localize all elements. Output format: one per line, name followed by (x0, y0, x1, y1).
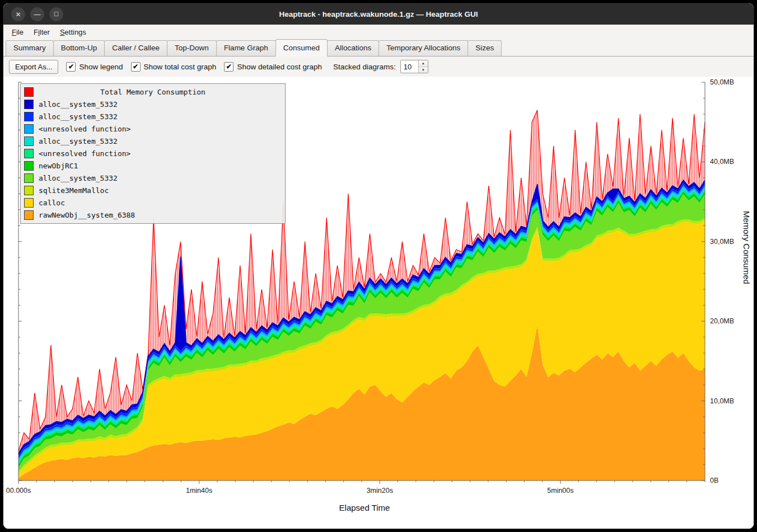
menu-bar: File Filter Settings (3, 25, 754, 39)
checkbox-check-icon: ✔ (131, 62, 141, 72)
stacked-diagrams-spinbox[interactable]: 10 ▲ ▼ (400, 60, 428, 73)
x-tick-label: 5min00s (547, 487, 573, 495)
window-title: Heaptrack - heaptrack.wakunode.1.gz — He… (279, 10, 478, 18)
tab-sizes[interactable]: Sizes (468, 40, 502, 56)
tab-top-down[interactable]: Top-Down (167, 40, 217, 56)
x-tick-label: 3min20s (367, 487, 393, 495)
show-total-cost-checkbox[interactable]: ✔ Show total cost graph (131, 62, 217, 72)
legend-title: Total Memory Consumption (21, 88, 285, 96)
show-legend-checkbox[interactable]: ✔ Show legend (66, 62, 123, 72)
chart-legend: Total Memory Consumption alloc__system_5… (20, 83, 286, 224)
legend-label: alloc__system_5332 (39, 100, 118, 109)
y-tick-label: 10,0MB (710, 397, 734, 405)
stacked-diagrams-label: Stacked diagrams: (333, 63, 396, 71)
show-legend-label: Show legend (79, 63, 123, 71)
show-detailed-cost-label: Show detailed cost graph (237, 63, 322, 71)
menu-filter[interactable]: Filter (29, 26, 55, 38)
legend-label: alloc__system_5332 (39, 112, 118, 121)
close-icon: ✕ (15, 11, 21, 18)
export-as-button[interactable]: Export As... (9, 60, 58, 74)
y-axis-title: Memory Consumed (742, 211, 751, 284)
legend-row: <unresolved function> (21, 123, 285, 135)
spin-down-button[interactable]: ▼ (419, 67, 428, 73)
spin-down-icon: ▼ (422, 68, 425, 72)
minimize-icon: — (34, 11, 41, 18)
legend-label: alloc__system_5332 (39, 174, 118, 182)
menu-file[interactable]: File (7, 26, 29, 38)
legend-label: alloc__system_5332 (39, 137, 118, 145)
legend-row: rawNewObj__system_6388 (21, 209, 285, 221)
y-tick-label: 50,0MB (710, 78, 734, 86)
maximize-button[interactable]: ☐ (49, 7, 63, 21)
spin-up-button[interactable]: ▲ (419, 60, 428, 67)
maximize-icon: ☐ (54, 11, 59, 17)
tab-allocations[interactable]: Allocations (327, 40, 379, 56)
legend-row: alloc__system_5332 (21, 98, 285, 110)
legend-label: <unresolved function> (39, 149, 130, 158)
y-tick-label: 30,0MB (710, 238, 734, 246)
show-detailed-cost-checkbox[interactable]: ✔ Show detailed cost graph (224, 62, 322, 72)
legend-swatch (24, 112, 34, 121)
x-tick-label: 00.000s (6, 487, 31, 495)
legend-swatch (24, 136, 34, 146)
app-window: ✕ — ☐ Heaptrack - heaptrack.wakunode.1.g… (3, 3, 754, 529)
minimize-button[interactable]: — (30, 7, 44, 21)
tab-bar: Summary Bottom-Up Caller / Callee Top-Do… (3, 39, 754, 57)
show-total-cost-label: Show total cost graph (144, 63, 217, 71)
legend-row: sqlite3MemMalloc (21, 184, 285, 196)
x-axis-title: Elapsed Time (3, 503, 726, 512)
legend-row: newObjRC1 (21, 159, 285, 172)
legend-row: <unresolved function> (21, 147, 285, 159)
legend-swatch (24, 100, 34, 109)
checkbox-check-icon: ✔ (224, 62, 233, 72)
legend-row: alloc__system_5332 (21, 135, 285, 147)
tab-flame-graph[interactable]: Flame Graph (216, 40, 276, 56)
legend-label: rawNewObj__system_6388 (39, 211, 135, 219)
chart-area: 0B10,0MB20,0MB30,0MB40,0MB50,0MB00.000s1… (3, 77, 754, 529)
menu-settings[interactable]: Settings (55, 26, 91, 38)
legend-title-row: Total Memory Consumption (21, 86, 285, 98)
spinbox-arrows: ▲ ▼ (418, 60, 428, 73)
y-tick-label: 20,0MB (710, 317, 734, 325)
tab-summary[interactable]: Summary (6, 40, 54, 56)
checkbox-check-icon: ✔ (66, 62, 76, 72)
tab-temporary-allocations[interactable]: Temporary Allocations (378, 40, 468, 56)
legend-label: calloc (39, 199, 65, 207)
legend-swatch (24, 124, 34, 134)
legend-row: alloc__system_5332 (21, 172, 285, 184)
legend-swatch (24, 161, 34, 171)
legend-label: sqlite3MemMalloc (39, 186, 109, 195)
legend-swatch (24, 198, 34, 208)
spin-up-icon: ▲ (422, 62, 425, 65)
legend-swatch (24, 186, 34, 195)
y-tick-label: 40,0MB (710, 158, 734, 166)
y-tick-label: 0B (710, 477, 718, 484)
legend-label: newObjRC1 (39, 162, 78, 170)
legend-swatch (24, 149, 34, 158)
legend-label: <unresolved function> (39, 125, 130, 133)
legend-row: alloc__system_5332 (21, 110, 285, 123)
legend-swatch (24, 173, 34, 183)
close-button[interactable]: ✕ (11, 7, 25, 21)
tab-consumed[interactable]: Consumed (275, 39, 328, 57)
toolbar: Export As... ✔ Show legend ✔ Show total … (3, 57, 754, 77)
spinbox-value[interactable]: 10 (401, 60, 418, 73)
legend-swatch (24, 210, 34, 220)
tab-caller-callee[interactable]: Caller / Callee (104, 40, 167, 56)
tab-bottom-up[interactable]: Bottom-Up (53, 40, 105, 56)
title-bar[interactable]: ✕ — ☐ Heaptrack - heaptrack.wakunode.1.g… (3, 3, 754, 25)
x-tick-label: 1min40s (186, 487, 212, 495)
legend-row: calloc (21, 196, 285, 209)
